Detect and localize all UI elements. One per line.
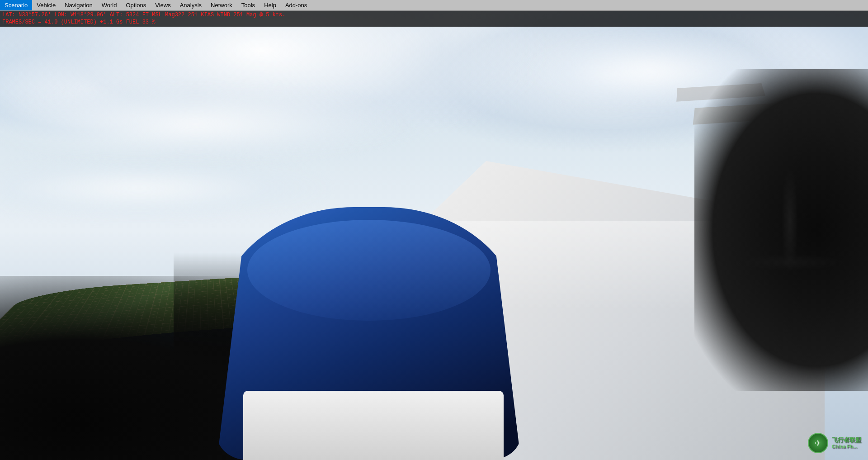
menu-item-views[interactable]: Views — [151, 0, 175, 10]
menu-item-help[interactable]: Help — [259, 0, 281, 10]
watermark-logo-container: 飞行者联盟 China Fh... — [808, 433, 861, 453]
menu-item-navigation[interactable]: Navigation — [60, 0, 97, 10]
menubar: ScenarioVehicleNavigationWorldOptionsVie… — [0, 0, 868, 11]
watermark-line1: 飞行者联盟 — [832, 436, 861, 444]
menu-item-addons[interactable]: Add-ons — [281, 0, 311, 10]
cloud-wisp-2 — [0, 161, 347, 216]
menu-item-analysis[interactable]: Analysis — [175, 0, 206, 10]
flight-simulator-viewport: 飞行者联盟 China Fh... — [0, 0, 868, 460]
watermark-line2: China Fh... — [832, 444, 861, 450]
menu-item-scenario[interactable]: Scenario — [0, 0, 32, 10]
menu-item-tools[interactable]: Tools — [237, 0, 259, 10]
menu-item-network[interactable]: Network — [206, 0, 237, 10]
watermark-text-block: 飞行者联盟 China Fh... — [832, 436, 861, 450]
china-flight-logo — [808, 433, 828, 453]
statusbar: LAT: N33°57.26' LON: W118°29.96' ALT: 53… — [0, 11, 868, 27]
status-line-1: LAT: N33°57.26' LON: W118°29.96' ALT: 53… — [2, 12, 866, 19]
aircraft-engine-cowl — [243, 391, 504, 460]
propeller-blur — [712, 138, 868, 345]
menu-item-options[interactable]: Options — [121, 0, 151, 10]
menu-item-world[interactable]: World — [97, 0, 122, 10]
cloud-wisp-1 — [0, 83, 434, 166]
menu-item-vehicle[interactable]: Vehicle — [32, 0, 60, 10]
status-line-2: FRAMES/SEC = 41.0 (UNLIMITED) +1.1 Gs FU… — [2, 19, 866, 26]
